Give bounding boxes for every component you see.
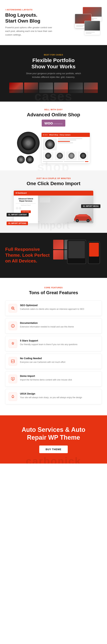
docs-title: Documentation [20,322,74,324]
section-responsive: Full Responsive Theme. Look Perfect on A… [0,233,107,278]
device-photo-1 [53,240,64,249]
laptop-heading: Advanced Vehicle Repair Services [16,198,36,202]
blog-images [60,7,102,38]
woo-logo: woocommerce [42,120,65,126]
demo-import-title: One Click Demo Import [4,181,103,186]
tablet-screen [68,241,85,258]
car-silhouette-icon [72,211,93,223]
section-demo-import: JUST IN A COUPLE OF MINUTES One Click De… [0,170,107,233]
section-features: CORE FEATURES Tons of Great Features SEO… [0,278,107,415]
laptop-content: Advanced Vehicle Repair Services Dashboa… [14,196,38,223]
badge-import-media: 02. IMPORT MEDIA [81,204,100,208]
svg-point-7 [13,325,13,325]
device-phone [88,242,100,264]
blog-description: Powerful post options offer greater cont… [5,26,57,36]
demo-import-text: Demo Import Import the full theme demo c… [20,374,72,381]
import-watermark: import [37,219,70,231]
no-coding-text: No Coding Needed Everyone can use Carbon… [20,357,65,364]
laptop-header: ⚙ Dashboard [14,191,93,196]
demo-import-feature-description: Import the full theme demo content with … [20,378,72,381]
svg-point-4 [87,220,89,222]
support-icon [9,339,17,348]
cta-title: Auto Services & Auto Repair WP Theme [5,426,102,441]
shop-screen-header: Wheel Shop - Chevy Camaro [42,133,90,137]
demo-import-label: JUST IN A COUPLE OF MINUTES [4,177,103,180]
no-coding-title: No Coding Needed [20,357,65,360]
shop-watermark: shop [37,160,70,170]
support-title: 5 Stars Support [20,339,77,342]
seo-text: SEO Optimized Carbonick caters to client… [20,304,84,311]
tire-image [17,132,40,154]
seo-title: SEO Optimized [20,304,84,307]
shop-screen-body [42,137,90,163]
design-title: UI/UX Design [20,392,82,395]
portfolio-title: Flexible Portfolio Show Your Works [5,57,102,70]
support-text: 5 Stars Support Our friendly support tea… [20,339,77,346]
demo-import-feature-title: Demo Import [20,374,72,378]
cases-watermark: cases [34,89,73,102]
feature-no-coding: No Coding Needed Everyone can use Carbon… [5,354,102,369]
design-icon [9,392,17,401]
blog-card-3 [84,21,100,35]
device-tablet [67,240,86,264]
seo-description: Carbonick caters to clients who require … [20,308,84,311]
badge-import-options: 03. IMPORT OPTIONS [7,222,28,225]
shop-label: SELL WITH EASY [4,108,103,110]
section-cta: Auto Services & Auto Repair WP Theme BUY… [0,415,107,464]
buy-theme-button[interactable]: BUY THEME [39,446,68,453]
blog-card-img-3 [85,21,100,30]
demo-import-icon [9,374,17,383]
import-mockup: ⚙ Dashboard Advanced Vehicle Repair Serv… [7,190,100,224]
features-label: CORE FEATURES [5,286,102,289]
portfolio-img-1 [9,82,23,93]
portfolio-img-6 [84,82,98,93]
phone-screen [89,243,99,256]
blog-label: / ASTONISHING LAYOUTS [5,9,57,11]
no-coding-icon [9,357,17,366]
feature-demo-import: Demo Import Import the full theme demo c… [5,371,102,386]
responsive-title: Full Responsive Theme. Look Perfect on A… [5,246,50,264]
portfolio-description: Show your gorgeous projects using our po… [26,72,81,79]
shop-screen: Wheel Shop - Chevy Camaro [41,132,90,164]
design-text: UI/UX Design Your site will always look … [20,392,82,399]
support-description: Our friendly support team is there if yo… [20,343,77,346]
features-title: Tons of Great Features [5,290,102,296]
portfolio-label: BEST FOR CASES [5,54,102,56]
device-photo-4 [53,250,64,260]
responsive-devices [53,240,102,271]
feature-support: 5 Stars Support Our friendly support tea… [5,336,102,351]
section-blog: / ASTONISHING LAYOUTS Blog Layouts. Star… [0,0,107,45]
badge-import-content: 01. IMPORT CONTENT [7,213,29,216]
feature-design: UI/UX Design Your site will always look … [5,389,102,404]
shop-title: Advanced Online Shop [4,112,103,118]
docs-description: Extensive information needed to install … [20,325,74,328]
shop-left-area [17,132,40,164]
cta-watermark: carbonick [26,455,81,464]
docs-text: Documentation Extensive information need… [20,322,74,328]
blog-title: Blog Layouts. Start Own Blog [5,12,57,24]
blog-text: / ASTONISHING LAYOUTS Blog Layouts. Star… [5,7,57,37]
design-description: Your site will always look sharp, so you… [20,396,82,399]
feature-docs: Documentation Extensive information need… [5,318,102,334]
responsive-text: Full Responsive Theme. Look Perfect on A… [5,246,50,264]
section-portfolio: BEST FOR CASES Flexible Portfolio Show Y… [0,45,107,102]
feature-seo: SEO Optimized Carbonick caters to client… [5,300,102,316]
svg-point-2 [76,220,78,222]
docs-icon [9,322,17,330]
shop-mockup: Wheel Shop - Chevy Camaro [4,132,103,164]
section-shop: SELL WITH EASY Advanced Online Shop wooc… [0,102,107,170]
seo-icon [9,304,17,312]
shop-items-row [43,152,88,160]
no-coding-description: Everyone can use Carbonick with not much… [20,360,65,364]
